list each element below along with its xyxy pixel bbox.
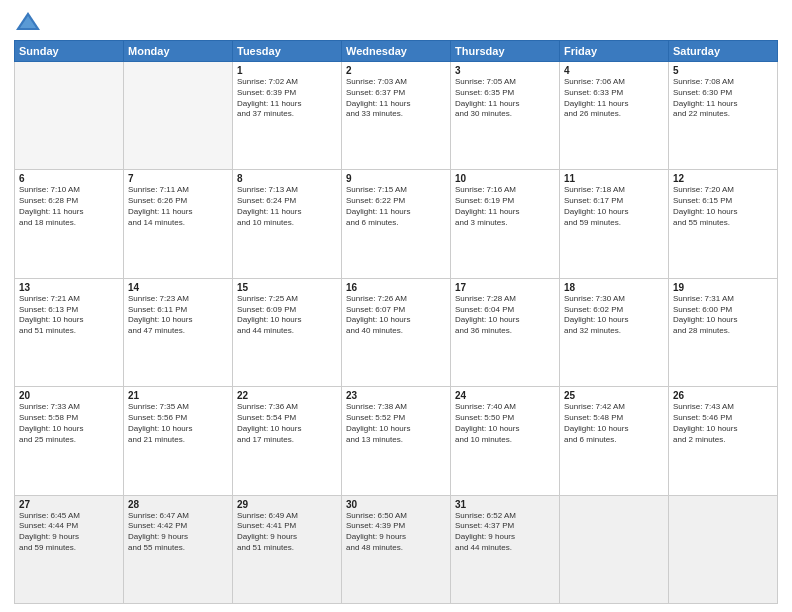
calendar-cell: 6Sunrise: 7:10 AM Sunset: 6:28 PM Daylig… [15,170,124,278]
day-number: 24 [455,390,555,401]
day-number: 7 [128,173,228,184]
header [14,10,778,34]
day-info: Sunrise: 6:45 AM Sunset: 4:44 PM Dayligh… [19,511,119,554]
calendar-week-row: 6Sunrise: 7:10 AM Sunset: 6:28 PM Daylig… [15,170,778,278]
logo [14,10,44,34]
day-info: Sunrise: 7:15 AM Sunset: 6:22 PM Dayligh… [346,185,446,228]
day-info: Sunrise: 7:02 AM Sunset: 6:39 PM Dayligh… [237,77,337,120]
calendar-cell: 18Sunrise: 7:30 AM Sunset: 6:02 PM Dayli… [560,278,669,386]
calendar-cell: 25Sunrise: 7:42 AM Sunset: 5:48 PM Dayli… [560,387,669,495]
day-info: Sunrise: 7:06 AM Sunset: 6:33 PM Dayligh… [564,77,664,120]
day-header-friday: Friday [560,41,669,62]
calendar-cell: 31Sunrise: 6:52 AM Sunset: 4:37 PM Dayli… [451,495,560,603]
calendar-cell: 17Sunrise: 7:28 AM Sunset: 6:04 PM Dayli… [451,278,560,386]
day-number: 30 [346,499,446,510]
day-number: 23 [346,390,446,401]
day-info: Sunrise: 7:03 AM Sunset: 6:37 PM Dayligh… [346,77,446,120]
day-info: Sunrise: 7:21 AM Sunset: 6:13 PM Dayligh… [19,294,119,337]
day-info: Sunrise: 7:11 AM Sunset: 6:26 PM Dayligh… [128,185,228,228]
calendar-cell [124,62,233,170]
calendar-cell: 14Sunrise: 7:23 AM Sunset: 6:11 PM Dayli… [124,278,233,386]
day-number: 16 [346,282,446,293]
day-number: 2 [346,65,446,76]
day-number: 17 [455,282,555,293]
day-info: Sunrise: 7:20 AM Sunset: 6:15 PM Dayligh… [673,185,773,228]
day-info: Sunrise: 6:52 AM Sunset: 4:37 PM Dayligh… [455,511,555,554]
day-info: Sunrise: 6:50 AM Sunset: 4:39 PM Dayligh… [346,511,446,554]
day-number: 22 [237,390,337,401]
calendar-week-row: 1Sunrise: 7:02 AM Sunset: 6:39 PM Daylig… [15,62,778,170]
page: SundayMondayTuesdayWednesdayThursdayFrid… [0,0,792,612]
calendar-cell: 26Sunrise: 7:43 AM Sunset: 5:46 PM Dayli… [669,387,778,495]
calendar-table: SundayMondayTuesdayWednesdayThursdayFrid… [14,40,778,604]
calendar-cell: 5Sunrise: 7:08 AM Sunset: 6:30 PM Daylig… [669,62,778,170]
day-header-saturday: Saturday [669,41,778,62]
day-info: Sunrise: 7:40 AM Sunset: 5:50 PM Dayligh… [455,402,555,445]
calendar-cell: 21Sunrise: 7:35 AM Sunset: 5:56 PM Dayli… [124,387,233,495]
day-number: 15 [237,282,337,293]
day-number: 1 [237,65,337,76]
day-header-monday: Monday [124,41,233,62]
calendar-cell: 3Sunrise: 7:05 AM Sunset: 6:35 PM Daylig… [451,62,560,170]
day-info: Sunrise: 7:35 AM Sunset: 5:56 PM Dayligh… [128,402,228,445]
calendar-cell: 29Sunrise: 6:49 AM Sunset: 4:41 PM Dayli… [233,495,342,603]
day-info: Sunrise: 7:10 AM Sunset: 6:28 PM Dayligh… [19,185,119,228]
calendar-cell: 22Sunrise: 7:36 AM Sunset: 5:54 PM Dayli… [233,387,342,495]
logo-icon [14,10,42,34]
calendar-cell [669,495,778,603]
day-number: 14 [128,282,228,293]
day-info: Sunrise: 6:47 AM Sunset: 4:42 PM Dayligh… [128,511,228,554]
calendar-week-row: 27Sunrise: 6:45 AM Sunset: 4:44 PM Dayli… [15,495,778,603]
day-info: Sunrise: 7:31 AM Sunset: 6:00 PM Dayligh… [673,294,773,337]
day-header-tuesday: Tuesday [233,41,342,62]
calendar-cell: 19Sunrise: 7:31 AM Sunset: 6:00 PM Dayli… [669,278,778,386]
day-info: Sunrise: 7:08 AM Sunset: 6:30 PM Dayligh… [673,77,773,120]
day-number: 27 [19,499,119,510]
calendar-cell: 30Sunrise: 6:50 AM Sunset: 4:39 PM Dayli… [342,495,451,603]
calendar-cell: 1Sunrise: 7:02 AM Sunset: 6:39 PM Daylig… [233,62,342,170]
day-number: 11 [564,173,664,184]
calendar-cell: 7Sunrise: 7:11 AM Sunset: 6:26 PM Daylig… [124,170,233,278]
day-number: 18 [564,282,664,293]
day-info: Sunrise: 7:42 AM Sunset: 5:48 PM Dayligh… [564,402,664,445]
day-number: 19 [673,282,773,293]
day-number: 5 [673,65,773,76]
calendar-cell: 23Sunrise: 7:38 AM Sunset: 5:52 PM Dayli… [342,387,451,495]
day-number: 9 [346,173,446,184]
day-info: Sunrise: 7:18 AM Sunset: 6:17 PM Dayligh… [564,185,664,228]
day-number: 10 [455,173,555,184]
day-info: Sunrise: 7:43 AM Sunset: 5:46 PM Dayligh… [673,402,773,445]
calendar-cell [15,62,124,170]
day-number: 28 [128,499,228,510]
day-number: 6 [19,173,119,184]
calendar-cell: 16Sunrise: 7:26 AM Sunset: 6:07 PM Dayli… [342,278,451,386]
calendar-cell: 10Sunrise: 7:16 AM Sunset: 6:19 PM Dayli… [451,170,560,278]
calendar-header-row: SundayMondayTuesdayWednesdayThursdayFrid… [15,41,778,62]
day-info: Sunrise: 7:26 AM Sunset: 6:07 PM Dayligh… [346,294,446,337]
day-info: Sunrise: 7:13 AM Sunset: 6:24 PM Dayligh… [237,185,337,228]
calendar-week-row: 13Sunrise: 7:21 AM Sunset: 6:13 PM Dayli… [15,278,778,386]
day-number: 29 [237,499,337,510]
calendar-cell: 24Sunrise: 7:40 AM Sunset: 5:50 PM Dayli… [451,387,560,495]
calendar-cell: 2Sunrise: 7:03 AM Sunset: 6:37 PM Daylig… [342,62,451,170]
day-number: 31 [455,499,555,510]
calendar-cell: 4Sunrise: 7:06 AM Sunset: 6:33 PM Daylig… [560,62,669,170]
calendar-cell: 20Sunrise: 7:33 AM Sunset: 5:58 PM Dayli… [15,387,124,495]
day-number: 25 [564,390,664,401]
calendar-cell: 12Sunrise: 7:20 AM Sunset: 6:15 PM Dayli… [669,170,778,278]
day-number: 26 [673,390,773,401]
day-info: Sunrise: 6:49 AM Sunset: 4:41 PM Dayligh… [237,511,337,554]
day-number: 21 [128,390,228,401]
day-info: Sunrise: 7:30 AM Sunset: 6:02 PM Dayligh… [564,294,664,337]
day-number: 20 [19,390,119,401]
day-header-wednesday: Wednesday [342,41,451,62]
day-info: Sunrise: 7:16 AM Sunset: 6:19 PM Dayligh… [455,185,555,228]
calendar-cell: 11Sunrise: 7:18 AM Sunset: 6:17 PM Dayli… [560,170,669,278]
calendar-cell: 9Sunrise: 7:15 AM Sunset: 6:22 PM Daylig… [342,170,451,278]
day-info: Sunrise: 7:36 AM Sunset: 5:54 PM Dayligh… [237,402,337,445]
calendar-cell: 27Sunrise: 6:45 AM Sunset: 4:44 PM Dayli… [15,495,124,603]
day-info: Sunrise: 7:23 AM Sunset: 6:11 PM Dayligh… [128,294,228,337]
day-number: 4 [564,65,664,76]
calendar-week-row: 20Sunrise: 7:33 AM Sunset: 5:58 PM Dayli… [15,387,778,495]
calendar-cell: 28Sunrise: 6:47 AM Sunset: 4:42 PM Dayli… [124,495,233,603]
